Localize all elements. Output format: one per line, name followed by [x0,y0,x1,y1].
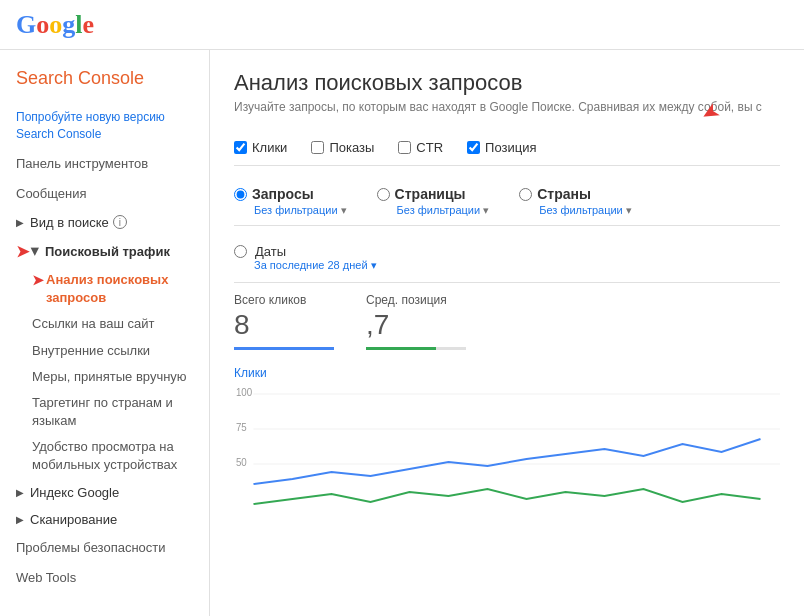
sidebar-label-search-traffic: Поисковый трафик [45,244,170,259]
sidebar-sub-search-traffic: ➤ Анализ поисковых запросов Ссылки на ва… [0,267,209,479]
sidebar-active-arrow-icon: ➤ [32,271,44,291]
chart-svg: 100 75 50 [234,384,780,524]
chevron-right-icon: ▶ [16,217,24,228]
info-icon[interactable]: i [113,215,127,229]
sidebar-item-try-new[interactable]: Попробуйте новую версию Search Console [0,103,209,149]
sidebar-item-targeting[interactable]: Таргетинг по странам и языкам [24,390,209,434]
filter-row: Запросы Без фильтрации ▾ Страницы Без фи… [234,178,780,226]
y-label-75: 75 [236,422,247,433]
chart-area: Клики 100 75 50 [234,366,780,524]
y-label-100: 100 [236,387,253,398]
sidebar-title: Search Console [0,58,209,103]
sidebar-item-crawling[interactable]: ▶ Сканирование [0,506,209,533]
impressions-label: Показы [329,140,374,155]
sidebar-item-links[interactable]: Ссылки на ваш сайт [24,311,209,337]
filter-countries: Страны Без фильтрации ▾ [519,186,632,217]
position-checkbox[interactable] [467,141,480,154]
logo-g2: g [62,10,75,40]
sidebar-item-internal-links[interactable]: Внутренние ссылки [24,338,209,364]
logo-o2: o [49,10,62,40]
chevron-right-icon-crawl: ▶ [16,514,24,525]
filter-radio-pages[interactable]: Страницы [377,186,466,202]
sidebar-item-manual-actions[interactable]: Меры, принятые вручную [24,364,209,390]
ctr-label: CTR [416,140,443,155]
position-label: Позиция [485,140,536,155]
filter-queries: Запросы Без фильтрации ▾ [234,186,347,217]
filter-pages-sub[interactable]: Без фильтрации ▾ [397,204,490,217]
metrics-row: Клики Показы CTR Позиция ➤ [234,130,780,166]
filter-radio-countries[interactable]: Страны [519,186,591,202]
stat-position: Сред. позиция ,7 [366,293,466,350]
clicks-checkbox[interactable] [234,141,247,154]
logo-e: e [82,10,94,40]
sidebar-item-search-traffic[interactable]: ➤ ▶ Поисковый трафик [0,236,209,267]
stat-position-label: Сред. позиция [366,293,466,307]
stat-position-bar [366,347,466,350]
google-logo: Google [16,10,94,40]
sidebar-item-google-index[interactable]: ▶ Индекс Google [0,479,209,506]
filter-radio-queries[interactable]: Запросы [234,186,314,202]
main-content: Анализ поисковых запросов Изучайте запро… [210,50,804,616]
sidebar-label-search-analysis: Анализ поисковых запросов [46,271,201,307]
sidebar-item-dashboard[interactable]: Панель инструментов [0,149,209,179]
impressions-checkbox[interactable] [311,141,324,154]
filter-countries-label: Страны [537,186,591,202]
sidebar-item-security[interactable]: Проблемы безопасности [0,533,209,563]
radio-queries[interactable] [234,188,247,201]
chevron-right-icon-index: ▶ [16,487,24,498]
radio-countries[interactable] [519,188,532,201]
stat-position-bar-fill [366,347,436,350]
metric-impressions[interactable]: Показы [311,140,374,155]
logo-o1: o [36,10,49,40]
stat-clicks-bar-fill [234,347,334,350]
sidebar-item-search-analysis[interactable]: ➤ Анализ поисковых запросов [24,267,209,311]
chart-title: Клики [234,366,780,380]
sidebar-label-google-index: Индекс Google [30,485,119,500]
radio-pages[interactable] [377,188,390,201]
stat-position-value: ,7 [366,309,466,341]
filter-pages-label: Страницы [395,186,466,202]
stat-clicks-bar [234,347,334,350]
chart-line-position [254,489,761,504]
page-title: Анализ поисковых запросов [234,70,780,96]
filter-queries-sub[interactable]: Без фильтрации ▾ [254,204,347,217]
sidebar: Search Console Попробуйте новую версию S… [0,50,210,616]
chevron-down-icon: ▶ [30,247,41,255]
y-label-50: 50 [236,457,247,468]
radio-dates[interactable] [234,245,247,258]
filter-countries-sub[interactable]: Без фильтрации ▾ [539,204,632,217]
clicks-label: Клики [252,140,287,155]
ctr-checkbox[interactable] [398,141,411,154]
metric-position[interactable]: Позиция [467,140,536,155]
sidebar-item-messages[interactable]: Сообщения [0,179,209,209]
stat-clicks-value: 8 [234,309,334,341]
header: Google [0,0,804,50]
sidebar-arrow-icon: ➤ [16,242,29,261]
sidebar-item-web-tools[interactable]: Web Tools [0,563,209,593]
filter-pages: Страницы Без фильтрации ▾ [377,186,490,217]
metric-ctr[interactable]: CTR [398,140,443,155]
stat-clicks-label: Всего кликов [234,293,334,307]
stats-row: Всего кликов 8 Сред. позиция ,7 [234,293,780,350]
chart-container: 100 75 50 [234,384,780,524]
date-label: Даты [255,244,286,259]
date-filter-row: Даты За последние 28 дней ▾ [234,238,780,283]
logo-l: l [75,10,82,40]
sidebar-item-mobile[interactable]: Удобство просмотра на мобильных устройст… [24,434,209,478]
filter-queries-label: Запросы [252,186,314,202]
logo-g: G [16,10,36,40]
sidebar-item-search-view[interactable]: ▶ Вид в поиске i [0,209,209,236]
stat-clicks: Всего кликов 8 [234,293,334,350]
metric-clicks[interactable]: Клики [234,140,287,155]
date-value[interactable]: За последние 28 дней ▾ [254,259,780,272]
sidebar-label-search-view: Вид в поиске [30,215,109,230]
layout: Search Console Попробуйте новую версию S… [0,50,804,616]
chart-line-clicks [254,439,761,484]
sidebar-label-crawling: Сканирование [30,512,117,527]
